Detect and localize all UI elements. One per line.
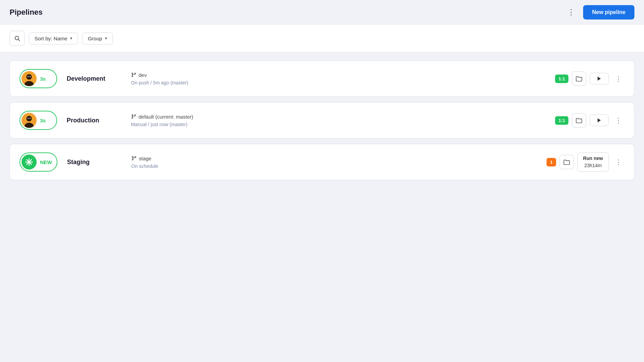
- pipeline-actions-staging: 1 Run new 23h14m ⋮: [547, 152, 625, 172]
- pipeline-trigger-production: Manual / just now (master): [131, 122, 546, 127]
- pipeline-actions-development: 1:1 ⋮: [555, 71, 625, 86]
- badge-development[interactable]: 1:1: [555, 75, 568, 83]
- more-options-staging[interactable]: ⋮: [612, 157, 625, 167]
- svg-point-14: [28, 118, 29, 119]
- avatar-label-production: 3s: [40, 118, 46, 123]
- avatar-label-staging: NEW: [40, 159, 52, 165]
- branch-name-production: default (current: master): [139, 114, 193, 120]
- folder-button-staging[interactable]: [560, 155, 574, 169]
- header: Pipelines ⋮ New pipeline: [0, 0, 644, 25]
- new-icon-staging: [22, 155, 37, 170]
- svg-marker-19: [597, 118, 601, 122]
- branch-name-development: dev: [139, 72, 147, 78]
- pipeline-name-staging: Staging: [67, 159, 122, 166]
- group-button[interactable]: Group ▾: [82, 32, 113, 44]
- pipeline-branch-production: default (current: master): [131, 114, 546, 120]
- pipeline-card: 3s Production default (current: master) …: [10, 102, 634, 138]
- badge-production[interactable]: 1:1: [555, 116, 568, 125]
- pipeline-card: NEW Staging stage On schedule 1: [10, 144, 634, 180]
- pipeline-branch-staging: stage: [131, 156, 537, 161]
- pipeline-info-development: dev On push / 5m ago (master): [131, 72, 546, 85]
- chevron-down-icon: ▾: [105, 36, 107, 41]
- search-icon: [14, 35, 20, 41]
- avatar-pill-production: 3s: [19, 111, 57, 130]
- run-button-production[interactable]: [590, 115, 609, 126]
- more-options-development[interactable]: ⋮: [612, 73, 625, 84]
- header-actions: ⋮ New pipeline: [564, 5, 634, 19]
- branch-icon: [131, 114, 136, 119]
- new-pipeline-button[interactable]: New pipeline: [583, 5, 634, 19]
- page-title: Pipelines: [10, 8, 43, 17]
- pipeline-actions-production: 1:1 ⋮: [555, 113, 625, 128]
- folder-icon: [563, 159, 570, 165]
- play-icon: [596, 118, 602, 123]
- folder-icon: [576, 76, 582, 82]
- folder-icon: [576, 117, 582, 123]
- branch-name-staging: stage: [139, 156, 152, 161]
- pipeline-branch-development: dev: [131, 72, 546, 78]
- svg-point-3: [26, 74, 32, 80]
- pipeline-info-production: default (current: master) Manual / just …: [131, 114, 546, 127]
- badge-staging[interactable]: 1: [547, 158, 556, 166]
- folder-button-development[interactable]: [572, 71, 586, 86]
- svg-point-15: [30, 118, 31, 119]
- pipeline-list: 3s Development dev On push / 5m ago (mas…: [0, 52, 644, 188]
- pipeline-trigger-development: On push / 5m ago (master): [131, 80, 546, 85]
- pipeline-name-development: Development: [67, 75, 121, 82]
- svg-point-5: [28, 76, 29, 77]
- more-options-production[interactable]: ⋮: [612, 115, 625, 126]
- avatar-pill-staging: NEW: [19, 152, 57, 172]
- avatar-development: [22, 71, 37, 86]
- pipeline-trigger-staging: On schedule: [131, 163, 537, 169]
- folder-button-production[interactable]: [572, 113, 586, 128]
- svg-marker-10: [597, 77, 601, 81]
- pipeline-name-production: Production: [67, 117, 121, 124]
- play-icon: [596, 76, 602, 81]
- pipeline-card: 3s Development dev On push / 5m ago (mas…: [10, 61, 634, 97]
- group-label: Group: [88, 36, 102, 41]
- asterisk-icon: [25, 158, 33, 166]
- user-avatar-icon: [22, 71, 37, 86]
- chevron-down-icon: ▾: [70, 36, 72, 41]
- svg-point-12: [26, 116, 32, 121]
- run-new-button-staging[interactable]: Run new 23h14m: [577, 152, 609, 172]
- pipeline-info-staging: stage On schedule: [131, 156, 537, 169]
- avatar-pill-development: 3s: [19, 69, 57, 88]
- branch-icon: [131, 72, 136, 78]
- avatar-production: [22, 113, 37, 128]
- run-new-label: Run new: [583, 155, 603, 162]
- svg-point-6: [30, 76, 31, 77]
- run-time-label: 23h14m: [584, 162, 602, 169]
- run-button-development[interactable]: [590, 73, 609, 84]
- avatar-label-development: 3s: [40, 76, 46, 82]
- toolbar: Sort by: Name ▾ Group ▾: [0, 25, 644, 52]
- branch-icon: [131, 156, 137, 161]
- svg-line-1: [18, 39, 19, 41]
- user-avatar-icon: [22, 113, 37, 128]
- sort-label: Sort by: Name: [35, 36, 67, 41]
- more-options-button[interactable]: ⋮: [564, 6, 578, 19]
- sort-button[interactable]: Sort by: Name ▾: [29, 32, 78, 44]
- search-button[interactable]: [10, 31, 25, 46]
